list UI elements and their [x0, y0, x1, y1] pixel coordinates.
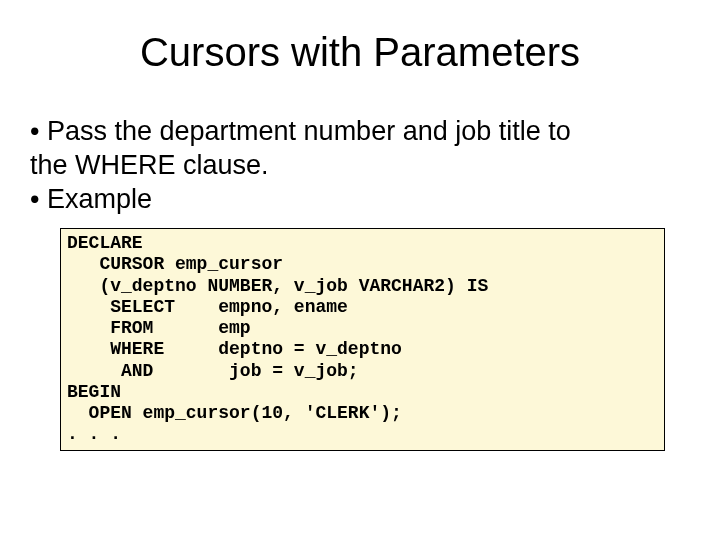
slide: Cursors with Parameters • Pass the depar… [0, 0, 720, 540]
bullet-list: • Pass the department number and job tit… [30, 115, 690, 216]
code-example: DECLARE CURSOR emp_cursor (v_deptno NUMB… [67, 233, 658, 445]
bullet-1-line-2: the WHERE clause. [30, 149, 690, 183]
bullet-2: • Example [30, 183, 690, 217]
slide-title: Cursors with Parameters [30, 30, 690, 75]
code-example-box: DECLARE CURSOR emp_cursor (v_deptno NUMB… [60, 228, 665, 450]
bullet-1-line-1: • Pass the department number and job tit… [30, 115, 690, 149]
